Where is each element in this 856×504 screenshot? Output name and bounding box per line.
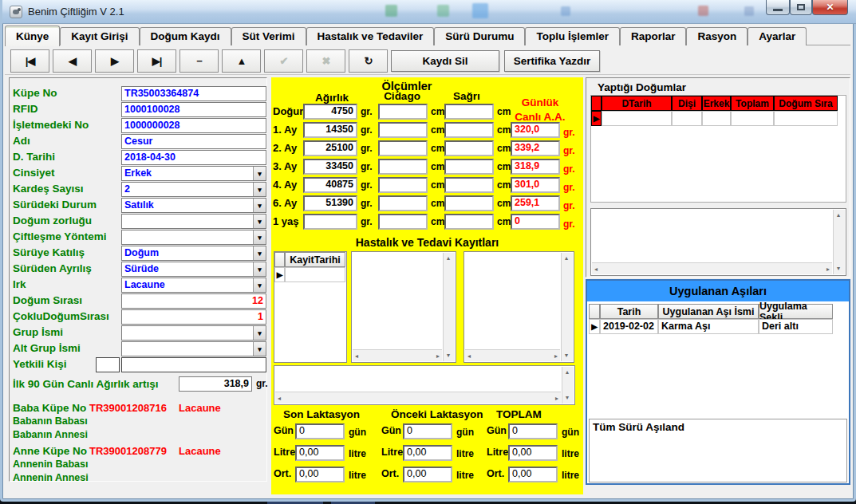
form-select-6[interactable]: 2▾	[121, 182, 266, 197]
form-select-15[interactable]: ▾	[121, 325, 266, 341]
nav-edit-button[interactable]: ▲	[222, 49, 261, 73]
form-select-10[interactable]: Doğum▾	[121, 246, 266, 261]
form-field-0[interactable]: TR35003364874	[121, 86, 266, 101]
dropdown-icon[interactable]: ▾	[253, 342, 266, 356]
dropdown-icon[interactable]: ▾	[253, 262, 266, 276]
form-field-4[interactable]: 2018-04-30	[121, 150, 266, 165]
tab-rasyon[interactable]: Rasyon	[686, 27, 748, 45]
scroll-right-icon[interactable]: ▸	[555, 396, 558, 402]
horizontal-scrollbar[interactable]: ◂▸	[275, 392, 561, 404]
close-button[interactable]: ✕	[812, 0, 848, 15]
dropdown-icon[interactable]: ▾	[253, 167, 266, 180]
births-cell[interactable]	[672, 111, 702, 126]
lactation-field[interactable]: 0	[508, 423, 558, 439]
form-field-13[interactable]: 12	[121, 293, 266, 309]
weight-field[interactable]	[303, 214, 357, 230]
minimize-button[interactable]	[766, 0, 790, 15]
form-select-8[interactable]: ▾	[121, 214, 266, 229]
weight-field[interactable]: 25100	[303, 140, 357, 156]
dropdown-icon[interactable]: ▾	[253, 215, 266, 228]
dropdown-icon[interactable]: ▾	[253, 326, 266, 340]
scroll-left-icon[interactable]: ◂	[278, 396, 281, 402]
form-field-1[interactable]: 1000100028	[121, 102, 266, 117]
lactation-field[interactable]: 0,00	[295, 445, 345, 461]
daily-gain-field[interactable]: 301,0	[511, 177, 560, 193]
sagri-field[interactable]	[444, 214, 494, 230]
tab-s-r-durumu[interactable]: Sürü Durumu	[434, 27, 525, 45]
vertical-scrollbar[interactable]: ▴▾	[562, 367, 574, 404]
births-header-0[interactable]: DTarih	[602, 96, 672, 111]
vertical-scrollbar[interactable]: ▴▾	[561, 253, 573, 361]
scroll-right-icon[interactable]: ▸	[826, 266, 830, 273]
sagri-field[interactable]	[444, 159, 494, 175]
nav-next-button[interactable]: ▶	[95, 49, 134, 73]
vacc-header-2[interactable]: Uygulama Şekli	[759, 304, 833, 319]
disease-grid-cell[interactable]	[285, 267, 345, 282]
scroll-down-icon[interactable]: ▾	[837, 266, 840, 272]
daily-gain-field[interactable]: 320,0	[511, 122, 560, 138]
sagri-field[interactable]	[444, 140, 494, 156]
tab-toplu-i-lemler[interactable]: Toplu İşlemler	[525, 27, 620, 45]
births-grid[interactable]: DTarihDişiErkekToplamDoğum Sıra▶	[590, 95, 846, 203]
dropdown-icon[interactable]: ▾	[253, 246, 266, 260]
dropdown-icon[interactable]: ▾	[253, 230, 266, 244]
daily-gain-field[interactable]: 259,1	[511, 195, 560, 211]
tab-k-nye[interactable]: Künye	[5, 26, 60, 46]
births-cell[interactable]	[731, 111, 774, 126]
scroll-up-icon[interactable]: ▴	[565, 255, 568, 262]
form-field-14[interactable]: 1	[121, 309, 266, 325]
form-select-16[interactable]: ▾	[121, 341, 266, 356]
form-select-7[interactable]: Satılık▾	[121, 198, 266, 213]
form-field-2[interactable]: 1000000028	[121, 118, 266, 133]
births-header-2[interactable]: Erkek	[702, 96, 731, 111]
nav-last-button[interactable]: ▶|	[137, 49, 176, 73]
dropdown-icon[interactable]: ▾	[253, 278, 266, 292]
tab-kay-t-giri-i[interactable]: Kayıt Girişi	[60, 27, 139, 45]
scroll-right-icon[interactable]: ▸	[554, 353, 558, 360]
sagri-field[interactable]	[444, 104, 494, 120]
vacc-cell[interactable]: Deri altı	[759, 319, 833, 334]
scroll-left-icon[interactable]: ◂	[355, 353, 358, 360]
scroll-down-icon[interactable]: ▾	[565, 352, 568, 359]
scroll-left-icon[interactable]: ◂	[594, 266, 598, 273]
lactation-field[interactable]: 0,00	[403, 445, 452, 461]
tab-do-um-kayd-[interactable]: Doğum Kaydı	[140, 27, 231, 45]
daily-gain-field[interactable]: 318,9	[511, 159, 560, 175]
cidago-field[interactable]	[378, 122, 428, 138]
vacc-cell[interactable]: 2019-02-02	[600, 319, 658, 334]
nav-first-button[interactable]: |◀	[10, 49, 49, 73]
weight-field[interactable]: 33450	[303, 159, 357, 175]
tab-s-t-verimi[interactable]: Süt Verimi	[231, 27, 306, 45]
weight-field[interactable]: 51390	[303, 195, 357, 211]
births-header-4[interactable]: Doğum Sıra	[774, 96, 838, 111]
weight-field[interactable]: 14350	[303, 122, 357, 138]
form-field-3[interactable]: Cesur	[121, 134, 266, 149]
vacc-header-0[interactable]: Tarih	[600, 304, 658, 319]
cidago-field[interactable]	[378, 177, 428, 193]
births-header-1[interactable]: Dişi	[672, 96, 702, 111]
horizontal-scrollbar[interactable]: ◂▸	[353, 349, 442, 361]
scroll-right-icon[interactable]: ▸	[436, 353, 440, 360]
scroll-left-icon[interactable]: ◂	[467, 353, 471, 360]
form-field-small-17[interactable]	[96, 357, 120, 372]
weight-field[interactable]: 4750	[303, 104, 357, 120]
births-note-box[interactable]: ▴▾◂▸	[590, 208, 846, 276]
weight-field[interactable]: 40875	[303, 177, 357, 193]
disease-list-2[interactable]: ▴▾◂▸	[464, 251, 574, 363]
sagri-field[interactable]	[444, 122, 494, 138]
sagri-field[interactable]	[444, 177, 494, 193]
nav-refresh-button[interactable]: ↻	[349, 49, 388, 73]
form-select-5[interactable]: Erkek▾	[121, 166, 266, 181]
lactation-field[interactable]: 0	[295, 423, 345, 439]
vertical-scrollbar[interactable]: ▴▾	[443, 253, 455, 361]
cidago-field[interactable]	[378, 140, 428, 156]
daily-gain-field[interactable]: 0	[511, 214, 560, 230]
tab-raporlar[interactable]: Raporlar	[620, 27, 687, 45]
dropdown-icon[interactable]: ▾	[253, 199, 266, 212]
daily-gain-field[interactable]: 339,2	[511, 140, 560, 156]
form-select-9[interactable]: ▾	[121, 230, 266, 245]
disease-date-grid[interactable]: KayitTarihi ▶	[274, 251, 347, 363]
form-select-11[interactable]: Sürüde▾	[121, 262, 266, 277]
births-cell[interactable]	[702, 111, 731, 126]
sagri-field[interactable]	[444, 195, 494, 211]
